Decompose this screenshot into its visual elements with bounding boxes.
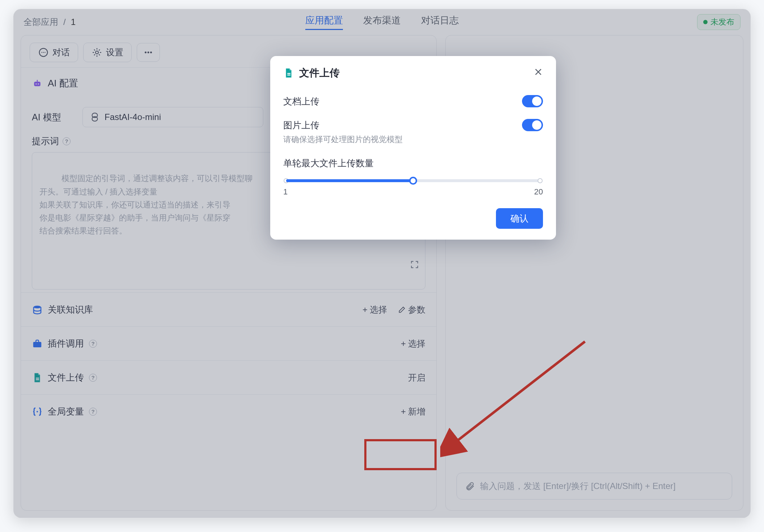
max-files-label: 单轮最大文件上传数量 (283, 157, 543, 169)
img-upload-hint: 请确保选择可处理图片的视觉模型 (283, 134, 543, 145)
modal-title: 文件上传 (299, 66, 340, 80)
svg-rect-18 (287, 74, 290, 76)
max-files-slider[interactable] (286, 179, 540, 182)
close-icon (534, 67, 543, 77)
slider-fill (286, 179, 413, 182)
file-icon (283, 68, 294, 78)
doc-upload-row: 文档上传 (283, 89, 543, 113)
file-upload-modal: 文件上传 文档上传 图片上传 请确保选择可处理图片的视觉模型 单轮最大文件上传数… (270, 56, 556, 240)
doc-upload-label: 文档上传 (283, 95, 319, 107)
img-upload-label: 图片上传 (283, 119, 319, 131)
modal-close-button[interactable] (534, 67, 543, 79)
slider-max-dot-icon (538, 178, 543, 183)
doc-upload-toggle[interactable] (522, 95, 543, 107)
slider-min-label: 1 (283, 187, 288, 197)
confirm-button[interactable]: 确认 (496, 208, 543, 229)
slider-max-label: 20 (534, 187, 543, 197)
svg-rect-17 (287, 73, 290, 74)
img-upload-row: 图片上传 (283, 113, 543, 137)
slider-thumb[interactable] (409, 177, 417, 185)
img-upload-toggle[interactable] (522, 119, 543, 131)
